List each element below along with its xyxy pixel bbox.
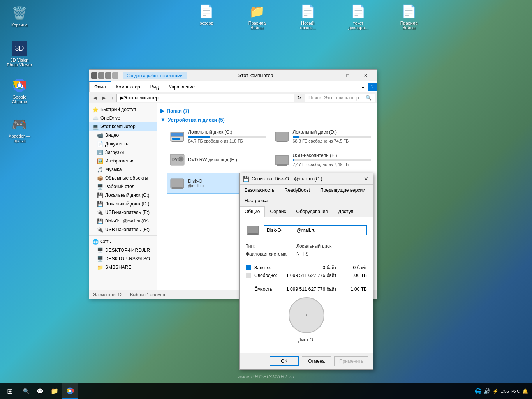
- sidebar-label: DESKTOP-H4RDJLR: [105, 247, 150, 253]
- sidebar-onedrive[interactable]: ☁️ OneDrive: [89, 114, 157, 122]
- drive-f-info: USB-накопитель (F:) 7,47 ГБ свободно из …: [293, 153, 371, 167]
- dialog-free-row: Свободно: 1 099 511 627 776 байт 1,00 ТБ: [246, 273, 367, 278]
- sidebar-drive-c[interactable]: 💾 Локальный диск (C:): [89, 191, 157, 200]
- desktop-icon-recycle[interactable]: 🗑️ Корзина: [4, 4, 35, 29]
- dialog-name-input[interactable]: [264, 225, 367, 235]
- tab-readyboost[interactable]: ReadyBoost: [280, 185, 315, 196]
- tab-hardware[interactable]: Оборудование: [291, 206, 333, 217]
- sidebar-label: Быстрый доступ: [100, 107, 136, 112]
- svg-rect-18: [172, 187, 183, 189]
- sidebar-network[interactable]: 🌐 Сеть: [89, 237, 157, 246]
- images-icon: 🖼️: [97, 158, 103, 164]
- sidebar-label: Локальный диск (D:): [105, 201, 150, 207]
- dialog-close-button[interactable]: ✕: [362, 175, 370, 183]
- sidebar-disk-o[interactable]: 💾 Disk-O: . @mail.ru (O:): [89, 217, 157, 225]
- desktop-icon-xpadder[interactable]: 🎮 Xpadder —ярлык: [4, 115, 35, 145]
- tab-settings[interactable]: Настройка: [240, 195, 273, 206]
- devices-arrow: ▼: [160, 117, 166, 123]
- status-selected: Выбран 1 элемент: [130, 292, 167, 297]
- sidebar-desktop-rs3[interactable]: 🖥️ DESKTOP-RS39LSO: [89, 254, 157, 263]
- sidebar-video[interactable]: 📹 Видео: [89, 131, 157, 139]
- svg-point-14: [180, 158, 182, 160]
- sidebar-documents[interactable]: 📄 Документы: [89, 139, 157, 148]
- ribbon-tab-bar: Файл Компьютер Вид Управление ▲ ?: [89, 81, 377, 92]
- desktop-icon-reserv[interactable]: 📄 резерв: [191, 2, 222, 32]
- dialog-name-row: [246, 223, 367, 237]
- drive-e-item[interactable]: DVD DVD RW дисковод (E:): [167, 149, 269, 170]
- sidebar-drive-d[interactable]: 💾 Локальный диск (D:): [89, 200, 157, 208]
- drive-d-item[interactable]: Локальный диск (D:) 68,8 ГБ свободно из …: [271, 126, 374, 147]
- sidebar-quick-access[interactable]: ⭐ Быстрый доступ: [89, 105, 157, 114]
- taskbar-volume-icon[interactable]: 🔊: [484, 388, 490, 394]
- titlebar-icon-1: [91, 72, 97, 79]
- tab-computer[interactable]: Компьютер: [111, 81, 145, 92]
- taskbar-notifications[interactable]: 🔔: [522, 388, 528, 394]
- tab-security[interactable]: Безопасность: [240, 185, 280, 196]
- search-button[interactable]: 🔍: [19, 383, 33, 399]
- window-title: Этот компьютер: [190, 73, 321, 78]
- dialog-buttons: ОК Отмена Применить: [240, 353, 373, 369]
- address-input[interactable]: ▶ Этот компьютер: [116, 94, 294, 102]
- docs-icon: 📄: [97, 141, 103, 147]
- cortana-button[interactable]: 💬: [33, 383, 47, 399]
- minimize-button[interactable]: —: [321, 70, 339, 81]
- ok-button[interactable]: ОК: [270, 356, 299, 366]
- taskbar-app-explorer[interactable]: 📁: [47, 383, 62, 399]
- sidebar-images[interactable]: 🖼️ Изображения: [89, 157, 157, 165]
- devices-section-header[interactable]: ▼ Устройства и диски (5): [160, 115, 373, 124]
- dialog-separator-2: [246, 282, 367, 282]
- desktop-icon-deklaracia[interactable]: 📄 текстдеклара...: [343, 2, 374, 32]
- folders-section-header[interactable]: ▶ Папки (7): [160, 106, 373, 115]
- desktop-icon-pravila1[interactable]: 📁 ПравилаВойны: [241, 2, 273, 32]
- taskbar-language[interactable]: РУС: [511, 389, 520, 394]
- sidebar-desktop[interactable]: 🖥️ Рабочий стол: [89, 182, 157, 191]
- tab-file[interactable]: Файл: [89, 81, 111, 92]
- tab-access[interactable]: Доступ: [333, 206, 358, 217]
- taskbar-app-chrome[interactable]: [62, 383, 78, 399]
- close-button[interactable]: ✕: [357, 70, 375, 81]
- up-button[interactable]: ↑: [108, 94, 116, 102]
- svg-rect-16: [277, 164, 287, 166]
- drive-f-item[interactable]: USB-накопитель (F:) 7,47 ГБ свободно из …: [271, 149, 374, 170]
- tab-service[interactable]: Сервис: [265, 206, 291, 217]
- sidebar-downloads[interactable]: ⬇️ Загрузки: [89, 148, 157, 157]
- sidebar-3d[interactable]: 📦 Объемные объекты: [89, 174, 157, 182]
- sidebar-this-pc[interactable]: 💻 Этот компьютер: [89, 122, 157, 131]
- desktop-top-files: 📄 резерв 📁 ПравилаВойны 📄 Новыйтексто...…: [191, 2, 425, 32]
- tab-view[interactable]: Вид: [145, 81, 164, 92]
- forward-button[interactable]: ▶: [99, 94, 108, 102]
- taskbar-apps: 📁: [47, 383, 471, 399]
- ribbon-expand-btn[interactable]: ▲: [359, 83, 367, 91]
- tab-manage[interactable]: Управление: [164, 81, 200, 92]
- sidebar-label: USB-накопитель (F:): [105, 227, 150, 232]
- tab-prevversions[interactable]: Предыдущие версии: [315, 185, 370, 196]
- back-button[interactable]: ◀: [91, 94, 99, 102]
- taskbar-network-icon[interactable]: 🌐: [475, 388, 481, 394]
- apply-button[interactable]: Применить: [334, 356, 368, 366]
- desktop-icon-chrome[interactable]: GoogleChrome: [4, 76, 35, 106]
- drive-c-item[interactable]: Локальный диск (C:) 84,7 ГБ свободно из …: [167, 126, 269, 147]
- desktop-icon-pravila2[interactable]: 📄 ПравилаВойны: [393, 2, 425, 32]
- start-button[interactable]: ⊞: [0, 383, 19, 399]
- sidebar-desktop-h4r[interactable]: 🖥️ DESKTOP-H4RDJLR: [89, 246, 157, 254]
- tab-general[interactable]: Общие: [240, 206, 265, 217]
- desktop-icon-newtext[interactable]: 📄 Новыйтексто...: [292, 2, 323, 32]
- help-button[interactable]: ?: [368, 83, 377, 91]
- search-box[interactable]: Поиск: Этот компьютер 🔍: [305, 94, 375, 102]
- refresh-button[interactable]: ↻: [295, 94, 303, 102]
- sidebar-usb-f[interactable]: 🔌 USB-накопитель (F:): [89, 208, 157, 217]
- sidebar-smbshare[interactable]: 📁 SMBSHARE: [89, 263, 157, 272]
- desktop-icon-3dvision[interactable]: 3D 3D VisionPhoto Viewer: [4, 39, 35, 69]
- sidebar-label: USB-накопитель (F:): [105, 210, 150, 215]
- titlebar-nav-controls: [91, 72, 121, 79]
- drive-f-img: [274, 152, 290, 168]
- cancel-button[interactable]: Отмена: [302, 356, 331, 366]
- drive-f-bar-container: [293, 159, 371, 161]
- sidebar-label: Видео: [105, 132, 119, 138]
- sidebar-label: SMBSHARE: [105, 265, 131, 270]
- maximize-button[interactable]: □: [339, 70, 357, 81]
- sidebar-usb-f2[interactable]: 🔌 USB-накопитель (F:): [89, 225, 157, 234]
- drive-f-bar: [293, 159, 294, 161]
- taskbar-clock[interactable]: 1:56: [501, 389, 509, 394]
- sidebar-music[interactable]: 🎵 Музыка: [89, 165, 157, 174]
